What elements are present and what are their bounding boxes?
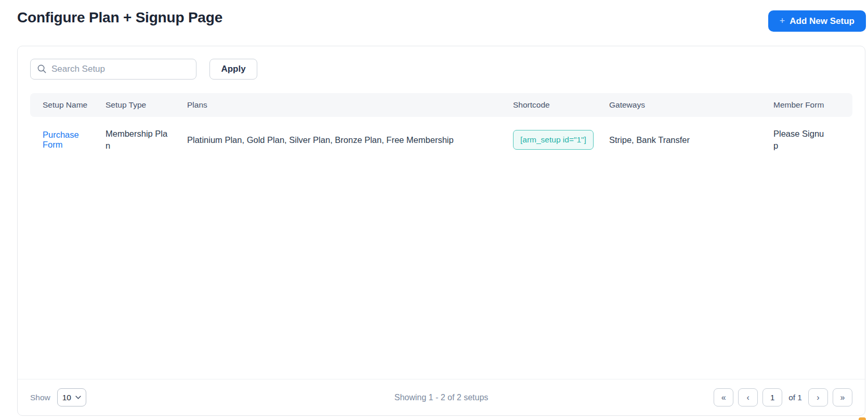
- search-icon: [37, 64, 47, 74]
- column-header-shortcode: Shortcode: [513, 93, 609, 117]
- plans-cell: Platinium Plan, Gold Plan, Silver Plan, …: [187, 117, 513, 163]
- member-form-cell: Please Signup: [773, 128, 825, 152]
- last-page-button[interactable]: »: [833, 388, 852, 406]
- add-new-setup-label: Add New Setup: [790, 16, 854, 27]
- add-new-setup-button[interactable]: + Add New Setup: [768, 10, 866, 32]
- toolbar: Apply: [30, 59, 852, 80]
- setups-card: Apply Setup Name Setup Type Plans Shortc…: [17, 46, 865, 416]
- setups-table: Setup Name Setup Type Plans Shortcode Ga…: [30, 93, 852, 163]
- page-number-input[interactable]: [762, 388, 782, 406]
- gateways-cell: Stripe, Bank Transfer: [609, 117, 773, 163]
- setup-name-link[interactable]: Purchase Form: [43, 130, 79, 149]
- shortcode-chip[interactable]: [arm_setup id="1"]: [513, 130, 594, 150]
- column-header-setup-name: Setup Name: [30, 93, 106, 117]
- table-header-row: Setup Name Setup Type Plans Shortcode Ga…: [30, 93, 852, 117]
- setup-type-cell: Membership Plan: [106, 128, 170, 152]
- column-header-plans: Plans: [187, 93, 513, 117]
- chevron-down-icon: [75, 396, 81, 399]
- show-label: Show: [30, 393, 50, 402]
- per-page-select[interactable]: 10: [57, 388, 86, 406]
- prev-page-button[interactable]: ‹: [738, 388, 758, 406]
- column-header-setup-type: Setup Type: [106, 93, 187, 117]
- page-title: Configure Plan + Signup Page: [17, 9, 222, 26]
- column-header-gateways: Gateways: [609, 93, 773, 117]
- bottom-right-accent: [859, 417, 866, 420]
- page-of-label: of 1: [788, 393, 802, 402]
- next-page-button[interactable]: ›: [808, 388, 828, 406]
- table-footer: Show 10 Showing 1 - 2 of 2 setups « ‹ of…: [18, 379, 865, 415]
- plus-icon: +: [780, 16, 785, 27]
- first-page-button[interactable]: «: [714, 388, 733, 406]
- apply-button[interactable]: Apply: [209, 59, 257, 80]
- table-row: Purchase Form Membership Plan Platinium …: [30, 117, 852, 163]
- column-header-member-form: Member Form: [773, 93, 852, 117]
- search-field-wrap: [30, 59, 196, 80]
- search-setup-input[interactable]: [30, 59, 196, 80]
- per-page-value: 10: [62, 393, 71, 402]
- pagination: « ‹ of 1 › »: [714, 388, 852, 406]
